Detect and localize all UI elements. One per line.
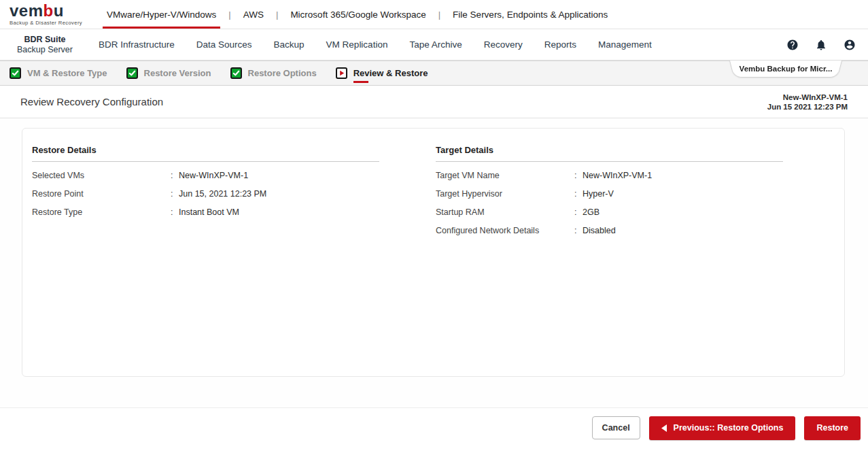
tab-vmware-hyperv-windows[interactable]: VMware/Hyper-V/Windows	[104, 0, 219, 29]
target-details-title: Target Details	[436, 145, 783, 162]
detail-label: Configured Network Details	[436, 226, 574, 235]
tab-label: Vembu Backup for Micr...	[729, 61, 842, 77]
tab-fileservers-endpoints[interactable]: File Servers, Endpoints & Applications	[450, 0, 610, 29]
menu-vm-replication[interactable]: VM Replication	[326, 39, 388, 50]
product-name: BDR Suite	[17, 35, 73, 45]
page-header: Review Recovery Configuration New-WInXP-…	[0, 86, 868, 118]
user-icon[interactable]	[844, 39, 856, 51]
detail-colon	[574, 207, 583, 217]
main-menu: BDR Infrastructure Data Sources Backup V…	[99, 39, 652, 50]
tab-aws[interactable]: AWS	[241, 0, 266, 29]
detail-colon	[574, 171, 583, 180]
step-restore-options[interactable]: Restore Options	[230, 67, 317, 79]
cancel-button[interactable]: Cancel	[592, 416, 640, 439]
step-label: Review & Restore	[353, 68, 428, 78]
step-vm-restore-type[interactable]: VM & Restore Type	[10, 67, 107, 79]
detail-value: Disabled	[583, 226, 616, 235]
detail-colon	[171, 189, 179, 199]
step-label: Restore Version	[144, 68, 211, 78]
detail-row-target-hypervisor: Target Hypervisor Hyper-V	[436, 189, 783, 199]
detail-label: Startup RAM	[436, 207, 574, 217]
detail-value: New-WInXP-VM-1	[179, 171, 248, 180]
help-icon[interactable]	[786, 39, 799, 51]
wizard-steps-bar: VM & Restore Type Restore Version Restor…	[0, 61, 868, 86]
menu-recovery[interactable]: Recovery	[484, 39, 523, 50]
vembu-logo[interactable]: vembu Backup & Disaster Recovery	[10, 0, 82, 29]
footer-actions: Cancel Previous:: Restore Options Restor…	[0, 408, 868, 448]
bell-icon[interactable]	[815, 39, 827, 51]
previous-button[interactable]: Previous:: Restore Options	[649, 416, 796, 440]
target-details-section: Target Details Target VM Name New-WInXP-…	[436, 145, 783, 376]
detail-label: Target VM Name	[436, 171, 574, 180]
restore-details-section: Restore Details Selected VMs New-WInXP-V…	[32, 145, 379, 376]
step-label: VM & Restore Type	[27, 68, 107, 78]
restore-context-meta: New-WInXP-VM-1 Jun 15 2021 12:23 PM	[767, 93, 848, 112]
top-header: vembu Backup & Disaster Recovery VMware/…	[0, 0, 868, 29]
previous-button-label: Previous:: Restore Options	[674, 423, 784, 433]
left-arrow-icon	[661, 424, 667, 432]
check-icon	[230, 67, 242, 79]
review-card: Restore Details Selected VMs New-WInXP-V…	[22, 128, 845, 377]
detail-value: Jun 15, 2021 12:23 PM	[179, 189, 266, 199]
menu-management[interactable]: Management	[598, 39, 652, 50]
main-nav-bar: BDR Suite Backup Server BDR Infrastructu…	[0, 29, 868, 61]
menu-backup[interactable]: Backup	[274, 39, 305, 50]
detail-value: Instant Boot VM	[179, 207, 239, 217]
product-tabs: VMware/Hyper-V/Windows | AWS | Microsoft…	[104, 0, 610, 29]
detail-colon	[574, 189, 583, 199]
context-timestamp: Jun 15 2021 12:23 PM	[767, 102, 848, 112]
product-subname: Backup Server	[17, 45, 73, 55]
context-window-tab[interactable]: Vembu Backup for Micr...	[729, 61, 842, 79]
menu-tape-archive[interactable]: Tape Archive	[409, 39, 462, 50]
header-icons	[786, 39, 856, 51]
content-area: Restore Details Selected VMs New-WInXP-V…	[0, 118, 868, 408]
detail-label: Target Hypervisor	[436, 189, 574, 199]
detail-label: Restore Type	[32, 207, 171, 217]
detail-value: New-WInXP-VM-1	[583, 171, 652, 180]
step-label: Restore Options	[248, 68, 317, 78]
detail-row-selected-vms: Selected VMs New-WInXP-VM-1	[32, 171, 379, 180]
tab-separator: |	[228, 0, 230, 29]
tab-m365-google[interactable]: Microsoft 365/Google Workspace	[288, 0, 428, 29]
detail-row-restore-point: Restore Point Jun 15, 2021 12:23 PM	[32, 189, 379, 199]
detail-label: Selected VMs	[32, 171, 171, 180]
step-restore-version[interactable]: Restore Version	[126, 67, 211, 79]
menu-data-sources[interactable]: Data Sources	[196, 39, 252, 50]
page-title: Review Recovery Configuration	[20, 96, 163, 107]
menu-bdr-infrastructure[interactable]: BDR Infrastructure	[99, 39, 175, 50]
menu-reports[interactable]: Reports	[544, 39, 576, 50]
detail-colon	[574, 226, 583, 235]
tab-separator: |	[438, 0, 440, 29]
restore-button[interactable]: Restore	[804, 416, 861, 440]
detail-row-startup-ram: Startup RAM 2GB	[436, 207, 783, 217]
tab-separator: |	[276, 0, 278, 29]
step-review-restore[interactable]: Review & Restore	[336, 67, 428, 79]
vembu-wordmark: vembu	[10, 3, 82, 19]
logo-tagline: Backup & Disaster Recovery	[10, 20, 82, 26]
detail-value: Hyper-V	[583, 189, 614, 199]
context-vm-name: New-WInXP-VM-1	[767, 93, 848, 102]
detail-row-configured-network: Configured Network Details Disabled	[436, 226, 783, 235]
detail-row-target-vm-name: Target VM Name New-WInXP-VM-1	[436, 171, 783, 180]
detail-value: 2GB	[583, 207, 600, 217]
check-icon	[10, 67, 21, 79]
product-selector[interactable]: BDR Suite Backup Server	[17, 35, 73, 55]
play-icon	[336, 67, 347, 79]
detail-label: Restore Point	[32, 189, 171, 199]
detail-colon	[171, 171, 179, 180]
check-icon	[126, 67, 138, 79]
detail-row-restore-type: Restore Type Instant Boot VM	[32, 207, 379, 217]
detail-colon	[171, 207, 179, 217]
restore-details-title: Restore Details	[32, 145, 379, 162]
